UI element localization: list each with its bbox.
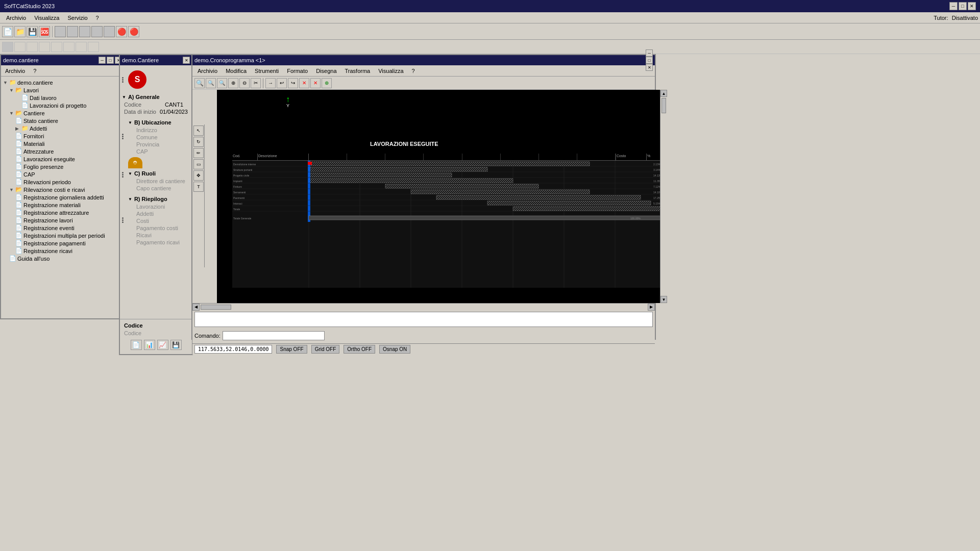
rp-minimize[interactable]: ─ bbox=[646, 49, 653, 57]
new-button[interactable]: 📄 bbox=[2, 26, 13, 37]
lp-minimize[interactable]: ─ bbox=[99, 57, 106, 64]
tree-cap[interactable]: 📄 CAP bbox=[3, 170, 122, 178]
v-scroll-thumb[interactable] bbox=[662, 98, 666, 113]
tree-reg-ricavi[interactable]: 📄 Registrazione ricavi bbox=[3, 247, 122, 255]
h-scroll-track[interactable] bbox=[200, 304, 648, 311]
tree-reg-multipla[interactable]: 📄 Registrazioni multipla per periodi bbox=[3, 232, 122, 239]
h-scroll-left[interactable]: ◀ bbox=[192, 304, 200, 311]
rp-delete[interactable]: ✕ bbox=[299, 78, 309, 88]
rp-zoom[interactable]: 🔍 bbox=[206, 78, 216, 88]
rp-menu-modifica[interactable]: Modifica bbox=[223, 67, 250, 75]
mp-costi[interactable]: Costi bbox=[128, 217, 182, 224]
tree-rilevazione-costi[interactable]: ▼ 📂 Rilevazione costi e ricavi bbox=[3, 186, 122, 193]
tb2-btn-4[interactable] bbox=[39, 42, 50, 52]
tree-rilevazioni-periodo[interactable]: 📄 Rilevazioni periodo bbox=[3, 178, 122, 186]
tree-lavorazioni-progetto[interactable]: 📄 Lavorazioni di progetto bbox=[3, 102, 122, 109]
tree-lavorazioni-eseguite[interactable]: 📄 Lavorazioni eseguite bbox=[3, 155, 122, 163]
rp-forward[interactable]: → bbox=[265, 78, 276, 88]
grid-status[interactable]: Grid OFF bbox=[311, 345, 340, 354]
tree-root[interactable]: ▼ 📁 demo.cantiere bbox=[3, 79, 122, 86]
output-area[interactable] bbox=[194, 312, 653, 327]
mp-tb-chart[interactable]: 📊 bbox=[144, 340, 155, 350]
tree-attrezzature[interactable]: 📄 Attrezzature bbox=[3, 147, 122, 155]
tb2-btn-7[interactable] bbox=[76, 42, 87, 52]
mp-close[interactable]: ✕ bbox=[183, 57, 190, 64]
restore-button[interactable]: □ bbox=[959, 2, 967, 10]
tb2-btn-5[interactable] bbox=[51, 42, 62, 52]
mp-provincia[interactable]: Provincia bbox=[128, 141, 172, 148]
open-button[interactable]: 📁 bbox=[14, 26, 26, 37]
ortho-status[interactable]: Ortho OFF bbox=[344, 345, 375, 354]
tb-btn-6[interactable] bbox=[67, 26, 78, 37]
rp-zoom-minus[interactable]: ⊖ bbox=[239, 78, 250, 88]
tree-stato-cantiere[interactable]: 📄 Stato cantiere bbox=[3, 117, 122, 124]
rp-add[interactable]: ⊕ bbox=[322, 78, 332, 88]
lt-rotate[interactable]: ↻ bbox=[193, 137, 204, 147]
lp-menu-help[interactable]: ? bbox=[31, 67, 38, 74]
help-button[interactable]: 🆘 bbox=[39, 26, 50, 37]
lp-restore[interactable]: □ bbox=[107, 57, 114, 64]
menu-visualizza[interactable]: Visualizza bbox=[30, 14, 63, 22]
rp-zoom-out[interactable]: 🔍 bbox=[217, 78, 227, 88]
v-scrollbar[interactable]: ▲ ▼ bbox=[660, 90, 667, 303]
h-scrollbar[interactable]: ◀ ▶ bbox=[192, 303, 655, 310]
close-button[interactable]: ✕ bbox=[968, 2, 976, 10]
tb-btn-10[interactable]: 🔴 bbox=[116, 26, 127, 37]
lt-rect[interactable]: ▭ bbox=[193, 159, 204, 169]
tree-addetti[interactable]: ▶ 📁 Addetti bbox=[3, 124, 122, 132]
tree-guida[interactable]: 📄 Guida all'uso bbox=[3, 255, 122, 262]
save-button[interactable]: 💾 bbox=[27, 26, 38, 37]
lt-text[interactable]: T bbox=[193, 182, 204, 192]
h-scroll-right[interactable]: ▶ bbox=[648, 304, 655, 311]
menu-help[interactable]: ? bbox=[92, 14, 103, 22]
rp-menu-trasforma[interactable]: Trasforma bbox=[342, 67, 374, 75]
tree-reg-materiali[interactable]: 📄 Registrazione materiali bbox=[3, 201, 122, 209]
tree-reg-lavori[interactable]: 📄 Registrazione lavori bbox=[3, 216, 122, 224]
tb2-btn-1[interactable] bbox=[2, 42, 13, 52]
tb2-btn-2[interactable] bbox=[14, 42, 26, 52]
osnap-status[interactable]: Osnap ON bbox=[379, 345, 410, 354]
mp-tb-save[interactable]: 💾 bbox=[170, 340, 182, 350]
mp-tb-graph[interactable]: 📈 bbox=[157, 340, 168, 350]
rp-restore[interactable]: □ bbox=[646, 57, 653, 64]
mp-comune[interactable]: Comune bbox=[128, 134, 172, 141]
lp-menu-archivio[interactable]: Archivio bbox=[3, 67, 27, 74]
rp-menu-strumenti[interactable]: Strumenti bbox=[252, 67, 282, 75]
rp-close[interactable]: ✕ bbox=[646, 64, 653, 71]
mp-direttore[interactable]: Direttore di cantiere bbox=[128, 178, 187, 185]
mp-capo-cantiere[interactable]: Capo cantiere bbox=[128, 185, 187, 192]
tb2-btn-8[interactable] bbox=[88, 42, 99, 52]
rp-cancel[interactable]: ✕ bbox=[310, 78, 321, 88]
rp-zoom-in[interactable]: 🔍 bbox=[194, 78, 205, 88]
mp-pagamento-costi[interactable]: Pagamento costi bbox=[128, 224, 182, 232]
snap-status[interactable]: Snap OFF bbox=[276, 345, 307, 354]
tree-dati-lavoro[interactable]: 📄 Dati lavoro bbox=[3, 94, 122, 102]
tree-lavori[interactable]: ▼ 📂 Lavori bbox=[3, 86, 122, 94]
lt-pencil[interactable]: ✏ bbox=[193, 148, 204, 158]
rp-redo[interactable]: ↪ bbox=[288, 78, 298, 88]
tb-btn-5[interactable] bbox=[55, 26, 66, 37]
rp-menu-archivio[interactable]: Archivio bbox=[194, 67, 220, 75]
rp-undo[interactable]: ↩ bbox=[277, 78, 287, 88]
tree-materiali[interactable]: 📄 Materiali bbox=[3, 140, 122, 147]
tree-fornitori[interactable]: 📄 Fornitori bbox=[3, 132, 122, 140]
tree-reg-eventi[interactable]: 📄 Registrazione eventi bbox=[3, 224, 122, 232]
tree-reg-pagamenti[interactable]: 📄 Registrazione pagamenti bbox=[3, 239, 122, 247]
tb-btn-11[interactable]: 🔴 bbox=[128, 26, 139, 37]
mp-tb-doc[interactable]: 📄 bbox=[131, 340, 142, 350]
tree-foglio-presenze[interactable]: 📄 Foglio presenze bbox=[3, 163, 122, 170]
rp-zoom-window[interactable]: ⊕ bbox=[228, 78, 238, 88]
mp-addetti[interactable]: Addetti bbox=[128, 210, 182, 217]
tree-reg-giornaliera[interactable]: 📄 Registrazione giornaliera addetti bbox=[3, 193, 122, 201]
mp-pagamento-ricavi[interactable]: Pagamento ricavi bbox=[128, 239, 182, 246]
tree-cantiere[interactable]: ▼ 📂 Cantiere bbox=[3, 109, 122, 117]
tb2-btn-3[interactable] bbox=[27, 42, 38, 52]
menu-servizio[interactable]: Servizio bbox=[63, 14, 91, 22]
rp-menu-disegna[interactable]: Disegna bbox=[313, 67, 339, 75]
tb-btn-7[interactable] bbox=[79, 26, 90, 37]
menu-archivio[interactable]: Archivio bbox=[2, 14, 30, 22]
mp-indirizzo[interactable]: Indirizzo bbox=[128, 127, 172, 134]
rp-select[interactable]: ✂ bbox=[251, 78, 261, 88]
v-scroll-up[interactable]: ▲ bbox=[660, 90, 667, 97]
tb2-btn-6[interactable] bbox=[63, 42, 75, 52]
